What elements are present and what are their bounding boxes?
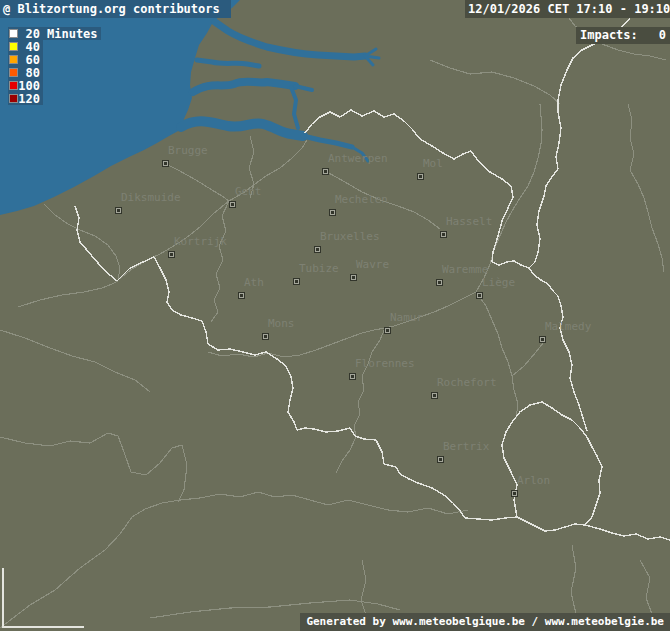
credit-bar: Generated by www.meteobelgique.be / www.… (300, 613, 670, 631)
legend-color-swatch (9, 55, 18, 64)
city-label: Mons (268, 318, 295, 329)
legend-color-swatch (9, 29, 18, 38)
impacts-label: Impacts: (580, 27, 638, 44)
city-label: Bertrix (443, 441, 489, 452)
city-marker (511, 490, 518, 497)
delta-channels (181, 22, 379, 161)
city-marker (417, 173, 424, 180)
legend-unit-label: Minutes (47, 27, 98, 41)
city-label: Brugge (168, 145, 208, 156)
legend-minutes-value: 60 (18, 53, 40, 67)
city-label: Gent (235, 186, 262, 197)
city-label: Diksmuide (121, 192, 181, 203)
city-marker (115, 207, 122, 214)
impacts-counter: Impacts: 0 (576, 27, 670, 44)
legend-item: 60 (8, 53, 43, 66)
city-marker (293, 278, 300, 285)
legend-item: 80 (8, 66, 43, 79)
city-label: Mechelen (335, 194, 388, 205)
legend-item: 40 (8, 40, 43, 53)
city-label: Ath (244, 277, 264, 288)
city-marker (262, 333, 269, 340)
city-marker (162, 160, 169, 167)
legend-color-swatch (9, 94, 18, 103)
city-marker (350, 274, 357, 281)
city-marker (436, 279, 443, 286)
city-marker (440, 231, 447, 238)
city-marker (431, 392, 438, 399)
city-label: Rochefort (437, 377, 497, 388)
city-marker (238, 292, 245, 299)
attribution-bar: @ Blitzortung.org contributors (0, 0, 231, 18)
city-marker (539, 336, 546, 343)
city-marker (476, 292, 483, 299)
legend-color-swatch (9, 42, 18, 51)
city-marker (329, 209, 336, 216)
impacts-value: 0 (659, 27, 666, 44)
city-label: Tubize (299, 263, 339, 274)
city-label: Wavre (356, 259, 389, 270)
legend-item: 100 (8, 79, 43, 92)
city-marker (349, 373, 356, 380)
city-label: Antwerpen (328, 153, 388, 164)
city-marker (229, 201, 236, 208)
datetime-bar: 12/01/2026 CET 17:10 - 19:10 (465, 0, 670, 18)
city-marker (168, 251, 175, 258)
city-label: Namur (390, 312, 423, 323)
city-marker (437, 456, 444, 463)
city-label: Liège (482, 277, 515, 288)
city-label: Arlon (517, 475, 550, 486)
legend-minutes-value: 80 (18, 66, 40, 80)
legend-minutes-value: 100 (18, 79, 40, 93)
age-legend: 20Minutes406080100120 (8, 27, 101, 105)
city-label: Malmedy (545, 321, 591, 332)
city-marker (384, 327, 391, 334)
legend-color-swatch (9, 81, 18, 90)
legend-color-swatch (9, 68, 18, 77)
lightning-map-screen: BruggeDiksmuideGentKortrijkAntwerpenMech… (0, 0, 670, 631)
legend-item: 120 (8, 92, 43, 105)
city-marker (314, 246, 321, 253)
city-marker (322, 168, 329, 175)
city-label: Bruxelles (320, 231, 380, 242)
city-label: Waremme (442, 264, 488, 275)
city-label: Kortrijk (174, 236, 227, 247)
legend-minutes-value: 120 (18, 92, 40, 106)
legend-item: 20Minutes (8, 27, 101, 40)
city-label: Florennes (355, 358, 415, 369)
city-label: Mol (423, 158, 443, 169)
legend-minutes-value: 20 (18, 27, 40, 41)
city-label: Hasselt (446, 216, 492, 227)
legend-minutes-value: 40 (18, 40, 40, 54)
